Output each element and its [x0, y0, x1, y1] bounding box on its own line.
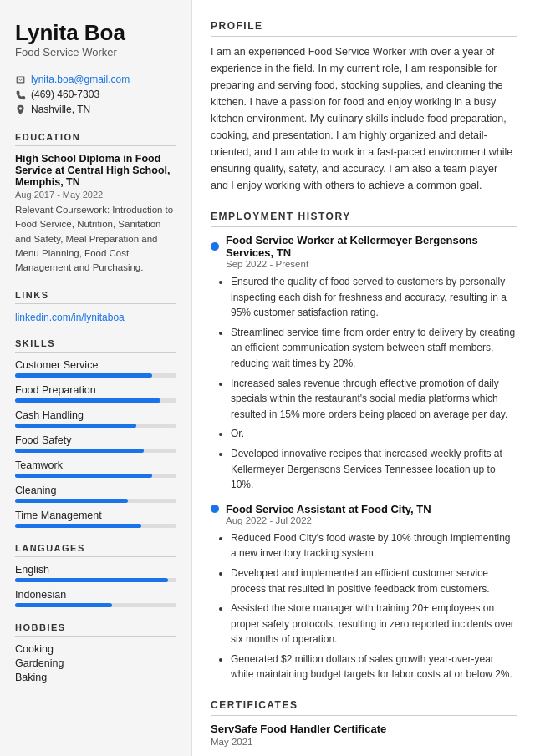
skill-item: Cleaning: [15, 485, 176, 503]
employment-title: EMPLOYMENT HISTORY: [211, 211, 517, 227]
hobby-item: Cooking: [15, 643, 176, 655]
hobby-item: Gardening: [15, 657, 176, 669]
skill-item: Food Safety: [15, 434, 176, 453]
email-link[interactable]: lynita.boa@gmail.com: [31, 74, 130, 85]
phone-item: (469) 460-7303: [15, 89, 176, 100]
job-title: Food Service Assistant at Food City, TN: [211, 503, 517, 515]
skill-label: Food Preparation: [15, 384, 176, 396]
bullet-item: Developed innovative recipes that increa…: [231, 446, 517, 493]
phone-icon: [15, 89, 26, 100]
linkedin-link-item: linkedin.com/in/lynitaboa: [15, 311, 176, 323]
skill-bar-bg: [15, 424, 176, 428]
email-icon: [15, 74, 26, 85]
job-title-text: Food Service Worker at Kellermeyer Berge…: [226, 234, 517, 259]
bullet-item: Developed and implemented an efficient c…: [231, 566, 517, 596]
phone-text: (469) 460-7303: [31, 89, 99, 100]
skills-list: Customer Service Food Preparation Cash H…: [15, 359, 176, 528]
job-dot: [211, 242, 219, 251]
bullet-item: Or.: [231, 426, 517, 442]
email-item: lynita.boa@gmail.com: [15, 74, 176, 85]
contact-section: lynita.boa@gmail.com (469) 460-7303 Nash…: [15, 74, 176, 115]
certificate-item: ServSafe Food Handler Certificate May 20…: [211, 723, 517, 747]
hobbies-list: CookingGardeningBaking: [15, 643, 176, 683]
edu-degree: High School Diploma in Food Service at C…: [15, 153, 176, 188]
skill-item: Cash Handling: [15, 409, 176, 428]
job-bullets: Ensured the quality of food served to cu…: [231, 274, 517, 493]
candidate-title: Food Service Worker: [15, 46, 176, 58]
language-bar-bg: [15, 578, 176, 582]
job-entry: Food Service Assistant at Food City, TN …: [211, 503, 517, 682]
skill-item: Time Management: [15, 510, 176, 528]
job-date: Aug 2022 - Jul 2022: [226, 515, 517, 525]
skill-label: Customer Service: [15, 359, 176, 371]
skill-bar-fill: [15, 398, 160, 403]
language-bar-bg: [15, 603, 176, 607]
skill-bar-fill: [15, 474, 152, 478]
language-bar-fill: [15, 578, 168, 582]
location-item: Nashville, TN: [15, 104, 176, 115]
hobby-item: Baking: [15, 672, 176, 683]
skill-label: Teamwork: [15, 459, 176, 471]
job-title-text: Food Service Assistant at Food City, TN: [226, 503, 431, 515]
profile-text: I am an experienced Food Service Worker …: [211, 43, 517, 194]
skill-bar-bg: [15, 373, 176, 378]
bullet-item: Streamlined service time from order entr…: [231, 325, 517, 372]
bullet-item: Ensured the quality of food served to cu…: [231, 274, 517, 321]
profile-title: PROFILE: [211, 20, 517, 37]
skill-bar-fill: [15, 373, 152, 378]
language-label: Indonesian: [15, 589, 176, 601]
skill-bar-fill: [15, 424, 136, 428]
sidebar: Lynita Boa Food Service Worker lynita.bo…: [0, 0, 192, 756]
job-bullets: Reduced Food City's food waste by 10% th…: [231, 530, 517, 682]
location-text: Nashville, TN: [31, 104, 90, 115]
language-label: English: [15, 564, 176, 576]
skill-bar-bg: [15, 398, 176, 403]
skill-label: Time Management: [15, 510, 176, 521]
skill-bar-bg: [15, 499, 176, 503]
skills-section-title: SKILLS: [15, 338, 176, 353]
language-bar-fill: [15, 603, 112, 607]
language-item: Indonesian: [15, 589, 176, 607]
skill-label: Cash Handling: [15, 409, 176, 421]
skill-label: Cleaning: [15, 485, 176, 496]
linkedin-link[interactable]: linkedin.com/in/lynitaboa: [15, 312, 125, 323]
skill-item: Customer Service: [15, 359, 176, 378]
certificates-list: ServSafe Food Handler Certificate May 20…: [211, 723, 517, 756]
language-item: English: [15, 564, 176, 582]
skill-label: Food Safety: [15, 434, 176, 446]
education-section-title: EDUCATION: [15, 132, 176, 146]
job-date: Sep 2022 - Present: [226, 259, 517, 269]
skill-bar-bg: [15, 524, 176, 528]
skill-bar-fill: [15, 499, 128, 503]
bullet-item: Increased sales revenue through effectiv…: [231, 376, 517, 423]
cert-name: ServSafe Food Handler Certificate: [211, 723, 517, 735]
bullet-item: Assisted the store manager with training…: [231, 601, 517, 647]
skill-bar-bg: [15, 449, 176, 453]
skill-item: Food Preparation: [15, 384, 176, 403]
links-section-title: LINKS: [15, 290, 176, 304]
location-icon: [15, 104, 26, 115]
bullet-item: Reduced Food City's food waste by 10% th…: [231, 530, 517, 561]
languages-section-title: LANGUAGES: [15, 543, 176, 557]
skill-item: Teamwork: [15, 459, 176, 478]
skill-bar-fill: [15, 524, 141, 528]
candidate-name: Lynita Boa: [15, 20, 176, 46]
languages-list: English Indonesian: [15, 564, 176, 607]
skill-bar-fill: [15, 449, 144, 453]
certificates-title: CERTIFICATES: [211, 699, 517, 716]
skill-bar-bg: [15, 474, 176, 478]
job-dot: [211, 505, 219, 513]
employment-list: Food Service Worker at Kellermeyer Berge…: [211, 234, 517, 682]
job-title: Food Service Worker at Kellermeyer Berge…: [211, 234, 517, 259]
bullet-item: Generated $2 million dollars of sales gr…: [231, 652, 517, 682]
main-content: PROFILE I am an experienced Food Service…: [192, 0, 535, 756]
edu-coursework: Relevant Coursework: Introduction to Foo…: [15, 203, 176, 275]
edu-date: Aug 2017 - May 2022: [15, 190, 176, 200]
job-entry: Food Service Worker at Kellermeyer Berge…: [211, 234, 517, 493]
hobbies-section-title: HOBBIES: [15, 622, 176, 637]
cert-date: May 2021: [211, 737, 517, 747]
